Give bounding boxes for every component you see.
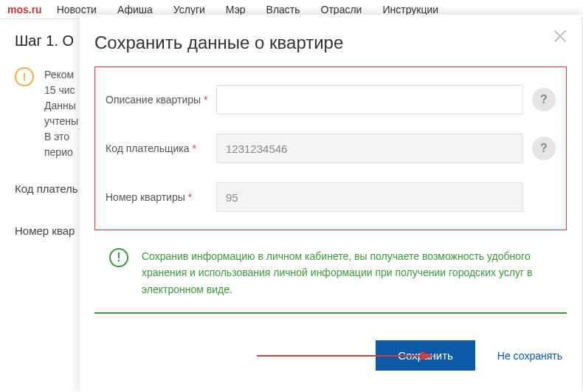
help-icon[interactable]: ? <box>532 137 556 160</box>
modal-actions: Сохранить Не сохранять <box>94 340 567 371</box>
required-mark: * <box>192 142 196 154</box>
divider <box>94 312 567 314</box>
info-icon: ! <box>109 248 128 267</box>
page-root: mos.ru Новости Афиша Услуги Мэр Власть О… <box>0 0 583 392</box>
tip-text: Сохранив информацию в личном кабинете, в… <box>142 248 564 298</box>
arrow-annotation-icon <box>257 351 434 361</box>
input-description[interactable] <box>216 85 523 114</box>
label-payer-code-text: Код плательщика <box>106 142 190 154</box>
row-apartment-no: Номер квартиры * <box>106 182 556 212</box>
label-apartment-no-text: Номер квартиры <box>106 191 185 203</box>
row-description: Описание квартиры * ? <box>106 85 556 114</box>
tip-block: ! Сохранив информацию в личном кабинете,… <box>109 248 564 298</box>
label-apartment-no: Номер квартиры * <box>106 190 216 204</box>
help-icon[interactable]: ? <box>532 88 556 111</box>
row-payer-code: Код плательщика * ? <box>106 134 556 163</box>
input-payer-code[interactable] <box>216 134 523 163</box>
close-icon[interactable] <box>552 28 568 44</box>
modal-overlay: Сохранить данные о квартире Описание ква… <box>0 0 583 392</box>
required-mark: * <box>188 191 192 203</box>
label-description: Описание квартиры * <box>106 93 216 106</box>
dont-save-button[interactable]: Не сохранять <box>497 350 562 362</box>
required-mark: * <box>204 94 207 106</box>
form-box: Описание квартиры * ? Код плательщика * … <box>94 66 567 230</box>
svg-marker-3 <box>421 351 434 360</box>
label-description-text: Описание квартиры <box>106 94 201 106</box>
modal-title: Сохранить данные о квартире <box>94 32 567 53</box>
label-payer-code: Код плательщика * <box>106 142 216 155</box>
input-apartment-no[interactable] <box>216 182 523 212</box>
save-apartment-modal: Сохранить данные о квартире Описание ква… <box>80 15 582 392</box>
